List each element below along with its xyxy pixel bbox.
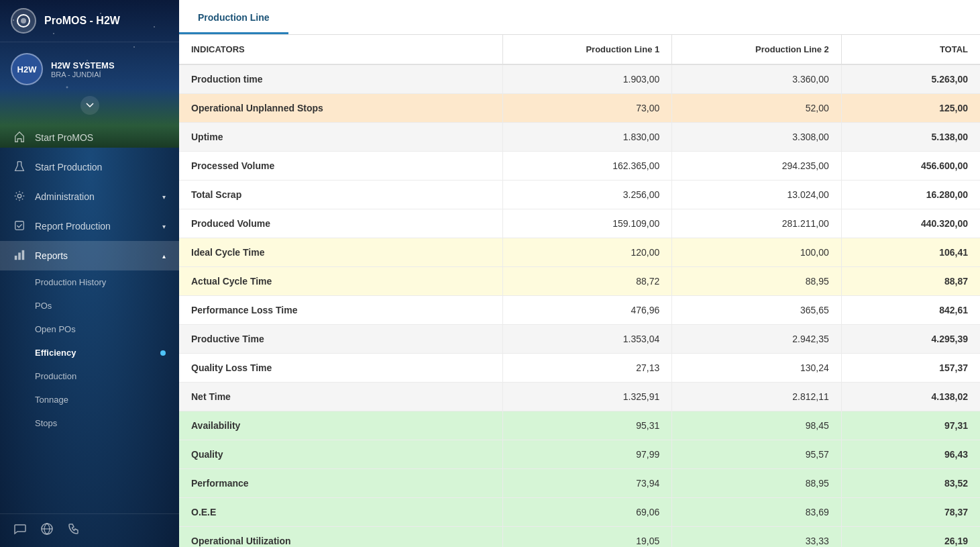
- cell-indicator: Performance Loss Time: [179, 296, 502, 325]
- table-row: Production time1.903,003.360,005.263,00: [179, 64, 980, 94]
- cell-pl1: 1.903,00: [502, 64, 672, 94]
- sidebar-footer: [0, 513, 179, 547]
- cell-pl1: 159.109,00: [502, 209, 672, 238]
- sidebar-header: ProMOS - H2W: [0, 0, 179, 42]
- sidebar-item-reports[interactable]: Reports ▴: [0, 241, 179, 270]
- cell-total: 157,37: [841, 354, 980, 383]
- table-row: Ideal Cycle Time120,00100,00106,41: [179, 238, 980, 267]
- cell-indicator: Ideal Cycle Time: [179, 238, 502, 267]
- svg-rect-6: [18, 252, 21, 260]
- table-row: Produced Volume159.109,00281.211,00440.3…: [179, 209, 980, 238]
- sidebar-sub-efficiency[interactable]: Efficiency: [0, 341, 179, 364]
- chevron-down-icon: ▾: [162, 223, 166, 230]
- home-icon: [13, 131, 27, 144]
- sub-item-label: Stops: [35, 418, 57, 428]
- company-name: H2W SYSTEMS: [51, 60, 115, 70]
- cell-indicator: Operational Unplanned Stops: [179, 94, 502, 123]
- sidebar-sub-stops[interactable]: Stops: [0, 411, 179, 435]
- sidebar-item-administration[interactable]: Administration ▾: [0, 182, 179, 211]
- th-pl2: Production Line 2: [672, 35, 842, 64]
- cell-total: 96,43: [841, 440, 980, 469]
- company-info: H2W SYSTEMS BRA - JUNDIAÍ: [51, 60, 115, 79]
- sidebar-item-label: Start Production: [35, 162, 102, 172]
- tab-production-line[interactable]: Production Line: [179, 3, 288, 34]
- th-indicators: INDICATORS: [179, 35, 502, 64]
- cell-pl1: 97,99: [502, 440, 672, 469]
- cell-pl1: 73,94: [502, 469, 672, 498]
- collapse-button[interactable]: [80, 96, 99, 115]
- cell-pl1: 162.365,00: [502, 152, 672, 181]
- table-row: Performance Loss Time476,96365,65842,61: [179, 296, 980, 325]
- table-row: Operational Unplanned Stops73,0052,00125…: [179, 94, 980, 123]
- cell-indicator: Quality Loss Time: [179, 354, 502, 383]
- cell-pl2: 88,95: [672, 267, 842, 296]
- sidebar-item-report-production[interactable]: Report Production ▾: [0, 211, 179, 241]
- chat-icon[interactable]: [13, 522, 27, 539]
- cell-total: 440.320,00: [841, 209, 980, 238]
- sidebar-sub-pos[interactable]: POs: [0, 294, 179, 317]
- cell-indicator: Processed Volume: [179, 152, 502, 181]
- cell-pl2: 294.235,00: [672, 152, 842, 181]
- table-row: Quality Loss Time27,13130,24157,37: [179, 354, 980, 383]
- company-section: H2W H2W SYSTEMS BRA - JUNDIAÍ: [0, 42, 179, 96]
- cell-pl1: 1.353,04: [502, 325, 672, 354]
- sidebar-item-start-promos[interactable]: Start ProMOS: [0, 123, 179, 152]
- sidebar-item-label: Start ProMOS: [35, 132, 93, 143]
- table-header-row: INDICATORS Production Line 1 Production …: [179, 35, 980, 64]
- chevron-up-icon: ▴: [162, 252, 166, 260]
- table-row: Actual Cycle Time88,7288,9588,87: [179, 267, 980, 296]
- sidebar-sub-production[interactable]: Production: [0, 364, 179, 388]
- cell-pl2: 98,45: [672, 411, 842, 440]
- cell-pl2: 83,69: [672, 498, 842, 527]
- company-avatar: H2W: [11, 53, 43, 85]
- cell-pl2: 100,00: [672, 238, 842, 267]
- cell-pl1: 1.830,00: [502, 123, 672, 152]
- sub-item-label: Production History: [35, 277, 106, 287]
- th-total: TOTAL: [841, 35, 980, 64]
- sidebar: ProMOS - H2W H2W H2W SYSTEMS BRA - JUNDI…: [0, 0, 179, 547]
- cell-pl1: 120,00: [502, 238, 672, 267]
- cell-total: 456.600,00: [841, 152, 980, 181]
- table-container: INDICATORS Production Line 1 Production …: [179, 35, 980, 547]
- sidebar-sub-tonnage[interactable]: Tonnage: [0, 388, 179, 411]
- bar-chart-icon: [13, 249, 27, 262]
- cell-pl2: 2.812,11: [672, 383, 842, 411]
- cell-pl2: 365,65: [672, 296, 842, 325]
- cell-indicator: Total Scrap: [179, 181, 502, 209]
- table-body: Production time1.903,003.360,005.263,00O…: [179, 64, 980, 547]
- svg-point-1: [21, 18, 26, 23]
- cell-indicator: Actual Cycle Time: [179, 267, 502, 296]
- table-row: Uptime1.830,003.308,005.138,00: [179, 123, 980, 152]
- th-pl1: Production Line 1: [502, 35, 672, 64]
- cell-total: 106,41: [841, 238, 980, 267]
- top-tabs: Production Line: [179, 0, 980, 35]
- cell-total: 4.295,39: [841, 325, 980, 354]
- cell-indicator: Operational Utilization: [179, 527, 502, 548]
- cell-total: 97,31: [841, 411, 980, 440]
- gear-icon: [13, 190, 27, 203]
- active-indicator-dot: [160, 350, 166, 356]
- cell-total: 125,00: [841, 94, 980, 123]
- cell-indicator: Quality: [179, 440, 502, 469]
- cell-pl2: 2.942,35: [672, 325, 842, 354]
- cell-total: 78,37: [841, 498, 980, 527]
- table-row: Net Time1.325,912.812,114.138,02: [179, 383, 980, 411]
- cell-total: 842,61: [841, 296, 980, 325]
- phone-icon[interactable]: [67, 522, 80, 539]
- svg-rect-7: [22, 250, 25, 260]
- main-content: Production Line INDICATORS Production Li…: [179, 0, 980, 547]
- cell-indicator: Net Time: [179, 383, 502, 411]
- cell-pl2: 52,00: [672, 94, 842, 123]
- cell-total: 88,87: [841, 267, 980, 296]
- sidebar-sub-production-history[interactable]: Production History: [0, 270, 179, 294]
- svg-point-3: [17, 194, 21, 197]
- cell-pl2: 33,33: [672, 527, 842, 548]
- sidebar-sub-open-pos[interactable]: Open POs: [0, 317, 179, 341]
- company-location: BRA - JUNDIAÍ: [51, 70, 115, 79]
- sidebar-item-start-production[interactable]: Start Production: [0, 152, 179, 182]
- table-row: Total Scrap3.256,0013.024,0016.280,00: [179, 181, 980, 209]
- cell-total: 5.138,00: [841, 123, 980, 152]
- sidebar-item-label: Report Production: [35, 221, 111, 232]
- cell-indicator: Produced Volume: [179, 209, 502, 238]
- globe-icon[interactable]: [40, 522, 54, 539]
